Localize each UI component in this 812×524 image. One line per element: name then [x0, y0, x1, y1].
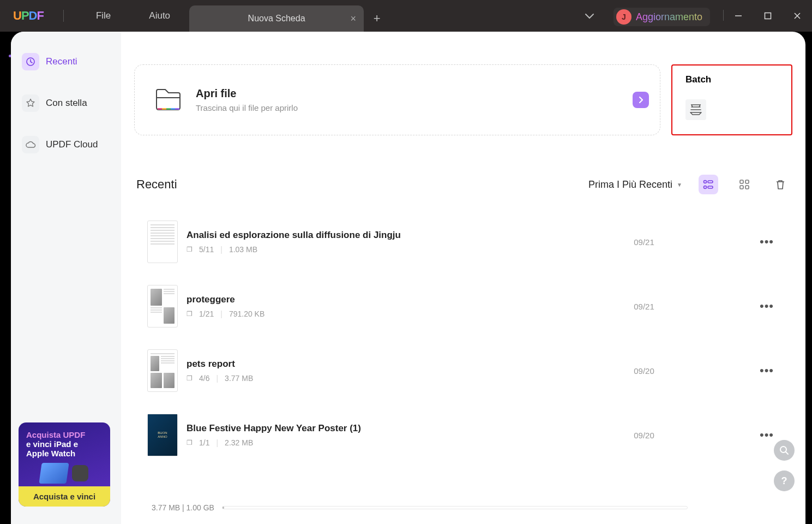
chevron-right-icon[interactable]: [633, 92, 649, 108]
menu-file[interactable]: File: [77, 0, 130, 32]
more-icon[interactable]: •••: [753, 428, 780, 442]
svg-rect-14: [740, 180, 743, 183]
batch-icon[interactable]: [685, 99, 706, 120]
pages-icon: ❐: [187, 310, 193, 318]
svg-point-10: [704, 181, 707, 183]
recent-list: Analisi ed esplorazione sulla diffusione…: [136, 210, 790, 497]
recent-row[interactable]: Analisi ed esplorazione sulla diffusione…: [136, 210, 790, 274]
sidebar: Recenti Con stella UPDF Cloud Acquista U…: [11, 32, 121, 524]
storage-progress: [222, 506, 688, 509]
sidebar-item-cloud[interactable]: UPDF Cloud: [19, 131, 113, 158]
window-minimize-icon[interactable]: [724, 0, 753, 32]
storage-usage: 3.77 MB | 1.00 GB: [152, 503, 214, 512]
recent-row[interactable]: BUONANNO Blue Festive Happy New Year Pos…: [136, 403, 790, 467]
promo-line1: Acquista UPDF: [26, 430, 103, 439]
folder-icon: [154, 88, 182, 112]
svg-point-12: [704, 186, 707, 189]
svg-rect-15: [745, 180, 749, 183]
svg-rect-17: [745, 186, 749, 189]
file-pages: 4/6: [199, 374, 209, 383]
logo[interactable]: UPDF: [13, 0, 44, 32]
svg-rect-7: [166, 108, 171, 110]
promo-card[interactable]: Acquista UPDF e vinci iPad e Apple Watch…: [19, 422, 110, 507]
promo-line2b: Apple Watch: [26, 449, 103, 458]
file-date: 09/20: [611, 366, 677, 376]
sidebar-item-recent[interactable]: Recenti: [19, 48, 113, 75]
batch-title: Batch: [685, 74, 780, 85]
recent-title: Recenti: [136, 177, 177, 192]
svg-rect-1: [765, 13, 771, 19]
sort-label: Prima I Più Recenti: [588, 179, 672, 190]
main-content: Apri file Trascina qui il file per aprir…: [121, 32, 805, 524]
file-size: 3.77 MB: [225, 374, 253, 383]
view-grid-button[interactable]: [735, 175, 754, 194]
file-pages: 1/1: [199, 438, 209, 447]
promo-image: [26, 460, 103, 486]
window-close-icon[interactable]: [783, 0, 812, 32]
file-thumbnail: [147, 285, 178, 327]
trash-button[interactable]: [771, 175, 790, 194]
sidebar-item-label: Con stella: [46, 98, 87, 109]
open-file-subtitle: Trascina qui il file per aprirlo: [196, 103, 633, 112]
file-name: Analisi ed esplorazione sulla diffusione…: [187, 230, 611, 241]
recent-row[interactable]: pets report ❐ 4/6 | 3.77 MB 09/20 •••: [136, 338, 790, 403]
more-icon[interactable]: •••: [753, 364, 780, 378]
menu-help[interactable]: Aiuto: [130, 0, 189, 32]
help-button[interactable]: ?: [774, 471, 795, 491]
promo-line2a: e vinci iPad e: [26, 439, 103, 449]
file-pages: 5/11: [199, 245, 214, 254]
pages-icon: ❐: [187, 439, 193, 446]
svg-rect-9: [175, 108, 179, 110]
more-icon[interactable]: •••: [753, 299, 780, 313]
pages-icon: ❐: [187, 246, 193, 253]
file-pages: 1/21: [199, 309, 214, 318]
file-date: 09/21: [611, 237, 677, 247]
svg-line-19: [786, 452, 788, 454]
promo-cta[interactable]: Acquista e vinci: [19, 486, 110, 507]
svg-rect-13: [708, 186, 713, 188]
window-maximize-icon[interactable]: [753, 0, 783, 32]
svg-rect-8: [171, 108, 175, 110]
file-name: proteggere: [187, 294, 611, 305]
open-file-card[interactable]: Apri file Trascina qui il file per aprir…: [134, 64, 660, 135]
cloud-icon: [22, 136, 39, 153]
update-label: Aggiornamento: [636, 11, 702, 23]
view-list-button[interactable]: [699, 175, 718, 194]
close-icon[interactable]: ×: [351, 13, 357, 25]
tab-label: Nuova Scheda: [248, 14, 305, 23]
file-thumbnail: [147, 221, 178, 263]
storage-footer: 3.77 MB | 1.00 GB: [136, 497, 790, 519]
recent-row[interactable]: proteggere ❐ 1/21 | 791.20 KB 09/21 •••: [136, 274, 790, 338]
add-tab-button[interactable]: +: [364, 5, 390, 32]
svg-rect-16: [740, 186, 743, 189]
chevron-down-icon: ▼: [677, 182, 682, 188]
file-name: pets report: [187, 359, 611, 370]
file-size: 1.03 MB: [229, 245, 257, 254]
sort-dropdown[interactable]: Prima I Più Recenti ▼: [588, 179, 682, 190]
clock-icon: [22, 53, 39, 70]
search-button[interactable]: [774, 440, 795, 461]
tab-new[interactable]: Nuova Scheda ×: [189, 5, 364, 32]
sidebar-item-starred[interactable]: Con stella: [19, 90, 113, 117]
open-file-title: Apri file: [196, 87, 633, 100]
svg-rect-6: [162, 108, 166, 110]
file-size: 2.32 MB: [225, 438, 253, 447]
file-thumbnail: [147, 349, 178, 392]
sidebar-item-label: Recenti: [46, 56, 77, 67]
pages-icon: ❐: [187, 374, 193, 382]
user-update-chip[interactable]: J Aggiornamento: [613, 8, 710, 26]
tab-dropdown-icon[interactable]: [585, 12, 594, 21]
logo-text: UPDF: [13, 9, 44, 23]
batch-card[interactable]: Batch: [671, 64, 792, 135]
more-icon[interactable]: •••: [753, 235, 780, 249]
svg-rect-11: [708, 181, 713, 183]
svg-rect-5: [158, 108, 162, 110]
titlebar: UPDF File Aiuto Nuova Scheda × + J Aggio…: [0, 0, 812, 32]
divider: [63, 10, 64, 22]
sidebar-item-label: UPDF Cloud: [46, 139, 98, 150]
file-date: 09/21: [611, 302, 677, 311]
file-thumbnail: BUONANNO: [147, 414, 178, 456]
avatar: J: [616, 9, 631, 25]
file-size: 791.20 KB: [229, 309, 264, 318]
file-date: 09/20: [611, 431, 677, 440]
